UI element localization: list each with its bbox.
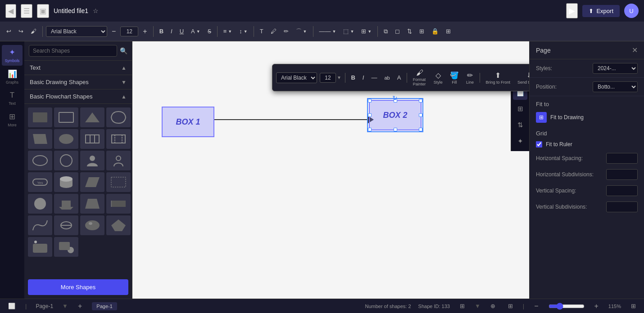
floating-text-color-button[interactable]: A (395, 72, 404, 83)
undo-button[interactable]: ↩ (4, 26, 14, 36)
line-style-button[interactable]: ——▼ (317, 26, 339, 36)
shape-item[interactable] (28, 215, 52, 235)
italic-button[interactable]: I (168, 26, 175, 36)
sidebar-item-more[interactable]: ⊞ More (2, 109, 23, 130)
fill-tool[interactable]: 🪣 Fill (448, 69, 461, 86)
canvas-area[interactable]: Arial Black ▼ B I — ab A 🖌 Format Painte… (132, 41, 529, 299)
page-indicator[interactable]: Page-1 (34, 303, 55, 309)
position-select[interactable]: Botto... (593, 81, 638, 92)
horizontal-spacing-value[interactable] (607, 154, 638, 163)
columns-button[interactable]: ⊞▼ (358, 26, 374, 36)
handle-tr[interactable] (419, 99, 422, 103)
bring-to-front-tool[interactable]: ⬆ Bring to Front (483, 69, 512, 86)
border-style-button[interactable]: ⬚▼ (340, 26, 357, 36)
text-section-header[interactable]: Text ▲ (24, 61, 132, 75)
line-height-button[interactable]: ↕▼ (236, 26, 250, 36)
fullscreen-button[interactable]: ⊞ (628, 301, 639, 311)
shape-item[interactable] (106, 107, 131, 127)
shape-item[interactable] (80, 107, 104, 127)
floating-strikethrough-button[interactable]: — (369, 72, 379, 83)
vertical-spacing-input[interactable]: ▲ ▼ (606, 185, 638, 196)
shape-item[interactable] (106, 172, 131, 192)
zoom-in-button[interactable]: + (592, 300, 601, 312)
shape-item[interactable] (54, 237, 78, 257)
sidebar-item-symbols[interactable]: ✦ Symbols (2, 45, 23, 66)
highlight-button[interactable]: 🖊 (268, 26, 279, 36)
align-button[interactable]: ≡▼ (221, 26, 235, 36)
shape-item[interactable] (54, 151, 78, 170)
export-button[interactable]: ⬆ Export (582, 5, 620, 17)
shape-item[interactable] (28, 107, 52, 127)
more-shapes-button[interactable]: More Shapes (28, 279, 128, 295)
handle-bm[interactable] (394, 128, 397, 131)
target-button[interactable]: ⊕ (488, 301, 498, 311)
shape-item[interactable] (106, 215, 131, 235)
shape-item-yes[interactable]: Yes (28, 172, 52, 192)
floating-bold-button[interactable]: B (349, 72, 357, 83)
shape-item[interactable] (28, 151, 52, 170)
handle-bl[interactable] (368, 128, 372, 131)
shape-item[interactable] (28, 237, 52, 257)
shape-item[interactable] (106, 194, 131, 214)
shape-item[interactable] (28, 194, 52, 214)
strikethrough-button[interactable]: S̶ (205, 26, 214, 36)
shape-item[interactable] (80, 172, 104, 192)
lock-button[interactable]: 🔒 (429, 26, 441, 36)
file-icon[interactable]: ▣ (37, 4, 49, 18)
floating-font-select[interactable]: Arial Black (276, 72, 317, 83)
menu-button[interactable]: ☰ (21, 4, 32, 18)
horizontal-spacing-input[interactable]: ▲ ▼ (606, 153, 638, 164)
shape-item[interactable] (80, 151, 104, 170)
layout-button[interactable]: ⊞ (505, 301, 516, 311)
vertical-subdivisions-input[interactable]: ▲ ▼ (606, 201, 638, 212)
styles-select[interactable]: 2024-... (593, 63, 638, 74)
sidebar-item-text[interactable]: T Text (2, 88, 23, 108)
shape-item[interactable] (54, 107, 78, 127)
shape-item[interactable] (80, 215, 104, 235)
box1[interactable]: BOX 1 (162, 107, 214, 137)
basic-drawing-section-header[interactable]: Basic Drawing Shapes ▼ (24, 75, 132, 89)
font-size-minus[interactable]: − (109, 26, 118, 37)
duplicate-button[interactable]: ⧉ (381, 26, 390, 37)
play-button[interactable]: ▶ (566, 3, 578, 18)
shape-item[interactable] (54, 194, 78, 214)
search-shapes-input[interactable] (29, 45, 117, 57)
box2[interactable]: BOX 2 (369, 100, 422, 130)
close-panel-button[interactable]: ✕ (632, 46, 638, 54)
font-size-input[interactable] (120, 27, 138, 36)
format-paint-button[interactable]: 🖌 (28, 26, 39, 36)
handle-mr[interactable] (419, 113, 422, 117)
shape-item[interactable] (54, 172, 78, 192)
floating-font-size-input[interactable] (320, 73, 336, 83)
underline-button[interactable]: U (177, 26, 186, 36)
basic-flowchart-section-header[interactable]: Basic Flowchart Shapes ▲ (24, 89, 132, 104)
shape-item[interactable] (106, 129, 131, 149)
shape-item[interactable] (54, 129, 78, 149)
shape-item[interactable] (54, 215, 78, 235)
zoom-out-button[interactable]: − (531, 300, 541, 312)
shape-item[interactable] (80, 194, 104, 214)
layers-button[interactable]: ⊞ (457, 301, 467, 311)
pen-button[interactable]: ✏ (281, 26, 291, 36)
toggle-sidebar-button[interactable]: ⬜ (5, 301, 18, 311)
font-color-button[interactable]: A ▼ (188, 26, 203, 36)
horizontal-subdivisions-value[interactable] (607, 170, 638, 179)
search-icon[interactable]: 🔍 (120, 47, 127, 54)
horizontal-subdivisions-input[interactable]: ▲ ▼ (606, 169, 638, 180)
vertical-spacing-value[interactable] (607, 186, 638, 195)
shadow-button[interactable]: ◻ (392, 26, 403, 36)
floating-ab-button[interactable]: ab (382, 73, 392, 82)
arrange-button[interactable]: ⇅ (404, 26, 415, 36)
font-family-select[interactable]: Arial Black Arial Times New Roman (46, 26, 107, 37)
style-tool[interactable]: ◇ Style (431, 69, 445, 86)
curve-button[interactable]: ⌒▼ (293, 26, 310, 37)
star-icon[interactable]: ☆ (93, 7, 99, 14)
font-size-plus[interactable]: + (140, 26, 150, 37)
shape-item[interactable] (28, 129, 52, 149)
sidebar-item-graphs[interactable]: 📊 Graphs (2, 67, 23, 87)
handle-ml[interactable] (368, 113, 372, 117)
handle-br[interactable] (419, 128, 422, 131)
back-button[interactable]: ◀ (5, 4, 16, 18)
more-toolbar-button[interactable]: ⊞ (443, 26, 454, 36)
add-page-button[interactable]: + (75, 300, 85, 312)
